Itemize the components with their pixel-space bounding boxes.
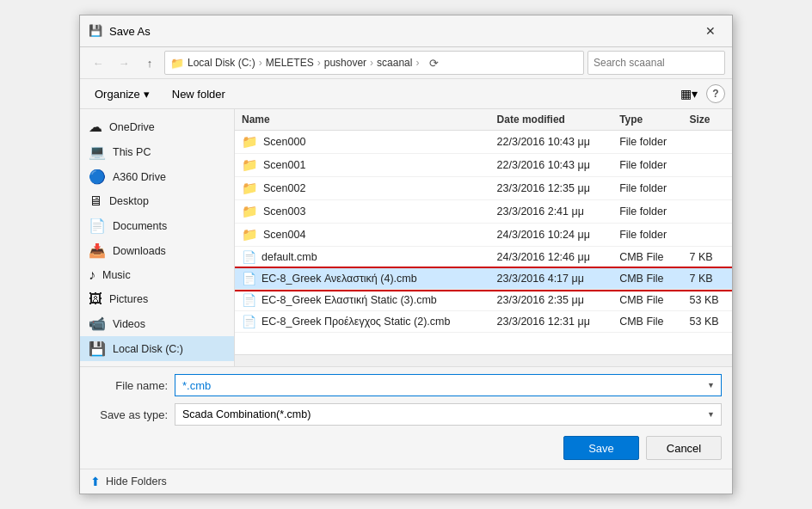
file-type: File folder	[612, 131, 682, 154]
file-icon: 📄	[242, 272, 256, 285]
sidebar-item-local-disk[interactable]: 💾 Local Disk (C:)	[80, 336, 234, 361]
file-name: Scen001	[263, 159, 305, 171]
a360-icon: 🔵	[89, 169, 106, 185]
sidebar-item-pictures[interactable]: 🖼 Pictures	[80, 287, 234, 311]
desktop-label: Desktop	[109, 195, 149, 207]
file-type: File folder	[612, 200, 682, 224]
file-date: 23/3/2016 12:35 μμ	[490, 177, 613, 200]
table-row[interactable]: 📄 default.cmb 24/3/2016 12:46 μμ CMB Fil…	[235, 247, 732, 268]
file-size	[683, 177, 732, 200]
file-size	[683, 154, 732, 177]
sidebar-item-onedrive[interactable]: ☁ OneDrive	[80, 114, 234, 139]
save-type-select[interactable]: Scada Combination(*.cmb)	[175, 403, 722, 426]
file-date: 23/3/2016 2:35 μμ	[490, 290, 613, 311]
file-date: 22/3/2016 10:43 μμ	[490, 154, 613, 177]
col-type[interactable]: Type	[612, 109, 682, 131]
new-folder-button[interactable]: New folder	[164, 84, 233, 104]
view-button[interactable]: ▦ ▾	[677, 83, 701, 105]
save-button[interactable]: Save	[563, 436, 639, 460]
file-name-cell: 📁 Scen000	[235, 131, 490, 154]
refresh-button[interactable]: ⟳	[424, 53, 443, 72]
table-row[interactable]: 📁 Scen004 24/3/2016 10:24 μμ File folder	[235, 224, 732, 247]
search-box[interactable]: 🔍	[587, 51, 725, 75]
action-row: Save Cancel	[90, 432, 722, 462]
save-type-label: Save as type:	[90, 408, 168, 421]
this-pc-icon: 💻	[89, 144, 106, 160]
file-name-input[interactable]	[175, 374, 722, 396]
file-size	[683, 200, 732, 224]
file-name-cell: 📁 Scen001	[235, 154, 490, 177]
crumb-2: MELETES	[266, 57, 314, 69]
sidebar-item-desktop[interactable]: 🖥 Desktop	[80, 189, 234, 213]
folder-icon: 📁	[242, 134, 258, 150]
file-name: EC-8_Greek Προέλεγχος Static (2).cmb	[261, 316, 450, 328]
folder-icon: 📁	[242, 204, 258, 219]
table-row[interactable]: 📄 EC-8_Greek Προέλεγχος Static (2).cmb 2…	[235, 311, 732, 333]
file-name-cell: 📁 Scen003	[235, 200, 490, 224]
file-name: Scen004	[263, 229, 305, 241]
file-name-row: File name:	[90, 374, 722, 396]
sidebar-item-a360[interactable]: 🔵 A360 Drive	[80, 164, 234, 189]
file-name-cell: 📄 EC-8_Greek Προέλεγχος Static (2).cmb	[235, 311, 490, 333]
file-date: 23/3/2016 4:17 μμ	[490, 268, 613, 290]
horizontal-scrollbar[interactable]	[235, 354, 732, 366]
sidebar-item-documents[interactable]: 📄 Documents	[80, 213, 234, 238]
table-row[interactable]: 📁 Scen003 23/3/2016 2:41 μμ File folder	[235, 200, 732, 224]
file-date: 23/3/2016 2:41 μμ	[490, 200, 613, 224]
address-bar[interactable]: 📁 Local Disk (C:) › MELETES › pushover ›…	[164, 51, 584, 75]
table-row[interactable]: 📁 Scen001 22/3/2016 10:43 μμ File folder	[235, 154, 732, 177]
sidebar-item-downloads[interactable]: 📥 Downloads	[80, 238, 234, 263]
table-row[interactable]: 📄 EC-8_Greek Ελαστική Static (3).cmb 23/…	[235, 290, 732, 311]
file-date: 23/3/2016 12:31 μμ	[490, 311, 613, 333]
file-icon: 📄	[242, 250, 256, 264]
main-area: ☁ OneDrive 💻 This PC 🔵 A360 Drive 🖥 Desk…	[80, 109, 732, 366]
videos-label: Videos	[113, 318, 145, 330]
file-type: File folder	[612, 177, 682, 200]
up-button[interactable]: ↑	[138, 52, 161, 74]
videos-icon: 📹	[89, 316, 106, 332]
file-date: 24/3/2016 10:24 μμ	[490, 224, 613, 247]
sidebar-item-this-pc[interactable]: 💻 This PC	[80, 139, 234, 164]
forward-button[interactable]: →	[113, 52, 135, 74]
file-table: Name Date modified Type Size 📁 Scen000 2…	[235, 109, 732, 354]
file-size	[683, 224, 732, 247]
table-row[interactable]: 📁 Scen002 23/3/2016 12:35 μμ File folder	[235, 177, 732, 200]
organize-arrow-icon: ▾	[144, 88, 150, 101]
col-size[interactable]: Size	[683, 109, 732, 131]
file-size: 53 KB	[683, 311, 732, 333]
help-button[interactable]: ?	[706, 84, 725, 103]
dialog-title: Save As	[109, 25, 691, 38]
pictures-label: Pictures	[109, 293, 148, 305]
col-date[interactable]: Date modified	[490, 109, 613, 131]
file-name-cell: 📄 EC-8_Greek Ελαστική Static (3).cmb	[235, 290, 490, 311]
sidebar-item-videos[interactable]: 📹 Videos	[80, 311, 234, 336]
music-label: Music	[102, 269, 131, 281]
sidebar-item-music[interactable]: ♪ Music	[80, 263, 234, 287]
hide-folders-bar[interactable]: ⬆ Hide Folders	[80, 469, 732, 494]
file-name: default.cmb	[261, 251, 317, 263]
cancel-button[interactable]: Cancel	[646, 436, 722, 460]
table-row[interactable]: 📁 Scen000 22/3/2016 10:43 μμ File folder	[235, 131, 732, 154]
nav-toolbar: ← → ↑ 📁 Local Disk (C:) › MELETES › push…	[80, 47, 732, 79]
back-button[interactable]: ←	[87, 52, 109, 74]
col-name[interactable]: Name	[235, 109, 490, 131]
save-as-dialog: 💾 Save As ✕ ← → ↑ 📁 Local Disk (C:) › ME…	[79, 15, 733, 494]
downloads-icon: 📥	[89, 242, 106, 259]
crumb-3: pushover	[324, 57, 366, 69]
onedrive-icon: ☁	[89, 119, 102, 135]
music-icon: ♪	[89, 267, 95, 283]
search-input[interactable]	[588, 57, 725, 69]
organize-button[interactable]: Organize ▾	[87, 84, 157, 104]
file-name-input-wrap	[175, 374, 722, 396]
file-size: 53 KB	[683, 290, 732, 311]
file-icon: 📄	[242, 293, 256, 307]
close-button[interactable]: ✕	[698, 21, 723, 41]
file-date: 24/3/2016 12:46 μμ	[490, 247, 613, 268]
file-icon: 📄	[242, 315, 256, 328]
file-type: File folder	[612, 154, 682, 177]
local-disk-icon: 💾	[89, 340, 106, 357]
address-bar-icon: 📁	[170, 57, 184, 70]
documents-icon: 📄	[89, 218, 106, 234]
table-row[interactable]: 📄 EC-8_Greek Ανελαστική (4).cmb 23/3/201…	[235, 268, 732, 290]
sidebar: ☁ OneDrive 💻 This PC 🔵 A360 Drive 🖥 Desk…	[80, 109, 235, 366]
